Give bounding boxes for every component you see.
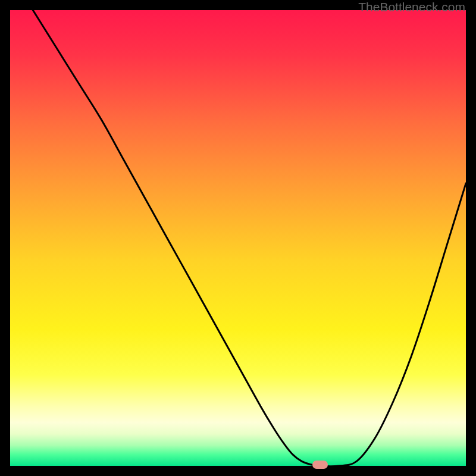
gradient-background <box>10 10 466 466</box>
plot-area <box>10 10 466 466</box>
watermark-text: TheBottleneck.com <box>358 0 465 14</box>
optimal-marker-icon <box>312 461 328 469</box>
plot-svg <box>10 10 466 466</box>
chart-frame: TheBottleneck.com <box>0 0 476 476</box>
